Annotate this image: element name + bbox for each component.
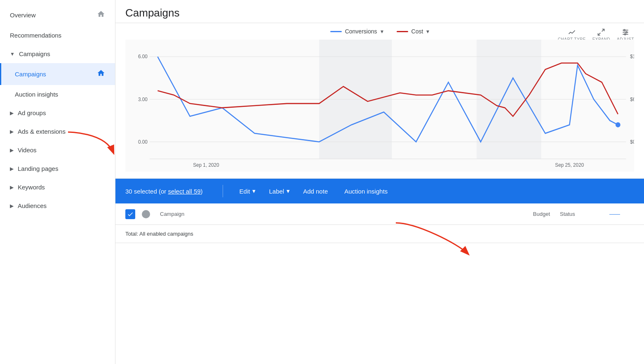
svg-text:$600.00: $600.00 — [630, 96, 634, 102]
total-row-label: Total: All enabled campaigns — [125, 231, 193, 237]
selected-count: 30 selected (or select all 59) — [125, 188, 203, 195]
dropdown-icon: ▾ — [287, 187, 290, 195]
campaign-header: Campaign — [160, 211, 502, 217]
sidebar-item-label: Campaigns — [15, 71, 46, 78]
edit-button[interactable]: Edit ▾ — [233, 184, 263, 198]
sidebar-item-videos[interactable]: ▶ Videos — [0, 141, 115, 159]
sidebar-item-label: Recommendations — [10, 32, 61, 39]
svg-text:Sep 25, 2020: Sep 25, 2020 — [555, 162, 584, 168]
svg-text:Sep 1, 2020: Sep 1, 2020 — [193, 162, 219, 168]
auction-insights-button[interactable]: Auction insights — [338, 184, 394, 198]
legend-cost[interactable]: Cost ▾ — [397, 28, 430, 35]
svg-point-5 — [624, 29, 625, 31]
sidebar-item-recommendations[interactable]: Recommendations — [0, 26, 115, 45]
svg-text:$0.00: $0.00 — [630, 139, 634, 145]
sidebar-item-ads-extensions[interactable]: ▶ Ads & extensions — [0, 122, 115, 141]
sidebar-item-landing-pages[interactable]: ▶ Landing pages — [0, 159, 115, 178]
cost-dropdown-icon[interactable]: ▾ — [426, 28, 429, 35]
conversions-dropdown-icon[interactable]: ▾ — [381, 28, 383, 35]
main-content: Campaigns Conversions ▾ Cost ▾ — [115, 0, 644, 364]
budget-header: Budget — [502, 211, 560, 217]
select-all-checkbox[interactable] — [125, 209, 135, 219]
page-header: Campaigns — [115, 0, 644, 23]
svg-line-1 — [598, 33, 601, 35]
table-header: Campaign Budget Status —— — [115, 203, 644, 225]
sidebar-item-auction-insights[interactable]: Auction insights — [0, 85, 115, 104]
add-note-button[interactable]: Add note — [296, 184, 334, 198]
sidebar-item-label: Videos — [18, 147, 37, 154]
svg-point-21 — [616, 122, 620, 127]
chart-controls: Conversions ▾ Cost ▾ CHART TYPE — [125, 28, 634, 35]
chevron-right-icon: ▶ — [10, 203, 14, 209]
sidebar-item-label: Landing pages — [18, 165, 58, 172]
status-header: Status — [560, 211, 609, 217]
svg-point-7 — [625, 33, 626, 35]
chart-area: Conversions ▾ Cost ▾ CHART TYPE — [115, 23, 644, 179]
svg-text:0.00: 0.00 — [138, 139, 148, 145]
select-all-link[interactable]: select all 59 — [168, 188, 200, 195]
extra-col: —— — [609, 211, 634, 217]
sidebar-item-label: Ad groups — [18, 109, 46, 116]
sidebar-item-label: Audiences — [18, 202, 47, 209]
chevron-right-icon: ▶ — [10, 184, 14, 190]
action-bar: 30 selected (or select all 59) Edit ▾ La… — [115, 179, 644, 203]
sidebar-item-overview[interactable]: Overview — [0, 4, 115, 26]
chevron-right-icon: ▶ — [10, 166, 14, 172]
dropdown-icon: ▾ — [252, 187, 256, 195]
sidebar-item-keywords[interactable]: ▶ Keywords — [0, 178, 115, 196]
conversions-line-indicator — [330, 31, 342, 32]
sidebar-item-label: Overview — [10, 12, 36, 19]
chevron-right-icon: ▶ — [10, 129, 14, 135]
label-button[interactable]: Label ▾ — [262, 184, 296, 198]
chevron-right-icon: ▶ — [10, 147, 14, 153]
svg-text:6.00: 6.00 — [138, 54, 148, 59]
sidebar-item-label: Campaigns — [19, 50, 50, 57]
svg-line-0 — [602, 29, 604, 32]
chevron-down-icon: ▼ — [10, 51, 15, 57]
sidebar-item-label: Keywords — [18, 184, 45, 191]
home-icon-active — [97, 69, 105, 79]
svg-text:3.00: 3.00 — [138, 96, 148, 102]
sidebar-item-campaigns-header[interactable]: ▼ Campaigns — [0, 45, 115, 63]
sidebar: Overview Recommendations ▼ Campaigns Cam… — [0, 0, 115, 364]
sidebar-item-label: Auction insights — [15, 91, 58, 98]
home-icon — [97, 10, 105, 20]
sidebar-item-label: Ads & extensions — [18, 128, 66, 135]
legend-conversions[interactable]: Conversions ▾ — [330, 28, 383, 35]
svg-text:$1,200.00: $1,200.00 — [630, 54, 634, 59]
sidebar-item-audiences[interactable]: ▶ Audiences — [0, 196, 115, 215]
cost-label: Cost — [411, 28, 423, 35]
conversions-label: Conversions — [345, 28, 377, 35]
action-bar-divider — [223, 185, 223, 197]
table-row: Total: All enabled campaigns — [115, 225, 644, 243]
status-indicator — [142, 210, 150, 218]
sidebar-item-campaigns[interactable]: Campaigns — [0, 63, 115, 85]
chevron-right-icon: ▶ — [10, 110, 14, 116]
cost-line-indicator — [397, 31, 408, 32]
sidebar-item-ad-groups[interactable]: ▶ Ad groups — [0, 104, 115, 122]
page-title: Campaigns — [125, 7, 634, 19]
chart-svg: 6.00 3.00 0.00 $1,200.00 $600.00 $0.00 S… — [125, 40, 634, 172]
svg-point-6 — [626, 31, 627, 33]
